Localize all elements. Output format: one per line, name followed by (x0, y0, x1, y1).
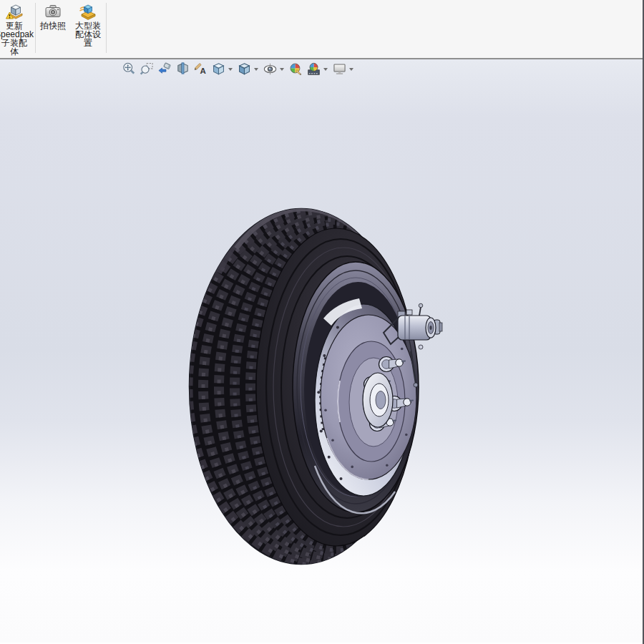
previous-view-icon (157, 62, 172, 77)
appearance-ball-pencil-icon (288, 62, 303, 77)
zoom-to-fit-button[interactable] (120, 61, 138, 77)
update-speedpak-icon (5, 2, 24, 21)
display-style-button[interactable] (235, 61, 253, 77)
display-style-cube-icon (237, 62, 252, 77)
large-assembly-settings-button[interactable]: 大型装 配体设 置 (70, 0, 106, 47)
take-snapshot-button[interactable]: 拍快照 (36, 0, 70, 30)
wheel-assembly-model[interactable] (0, 59, 644, 643)
solidworks-window: 更新 Speedpak 子装配 体 拍快照 (0, 0, 644, 644)
view-orientation-button[interactable] (210, 61, 228, 77)
monitor-icon (332, 62, 347, 77)
rim-and-hub-motor (293, 262, 442, 513)
zoom-to-area-icon (140, 62, 155, 77)
toolbar-separator (106, 3, 107, 53)
hub-center-bore (363, 373, 393, 427)
annotation-a-icon: A (193, 62, 208, 77)
zoom-to-area-button[interactable] (138, 61, 156, 77)
large-assembly-icon (79, 2, 97, 21)
view-orientation-dropdown-caret[interactable] (228, 68, 233, 71)
section-view-button[interactable] (174, 61, 192, 77)
update-speedpak-button[interactable]: 更新 Speedpak 子装配 体 (0, 0, 35, 56)
heads-up-view-toolbar: A (120, 61, 356, 77)
orientation-cube-icon (211, 62, 226, 77)
graphics-viewport[interactable]: A (0, 59, 644, 643)
eye-icon (263, 62, 278, 77)
scene-ball-icon (306, 62, 321, 77)
hide-show-items-dropdown-caret[interactable] (280, 68, 284, 71)
section-view-icon (175, 62, 190, 77)
main-toolbar: 更新 Speedpak 子装配 体 拍快照 (0, 0, 644, 59)
view-settings-dropdown-caret[interactable] (349, 68, 353, 71)
dynamic-annotation-views-button[interactable]: A (192, 61, 210, 77)
camera-icon (44, 2, 62, 21)
hide-show-items-button[interactable] (261, 61, 279, 77)
view-settings-button[interactable] (331, 61, 348, 77)
button-label-line: 拍快照 (40, 21, 66, 30)
apply-scene-dropdown-caret[interactable] (323, 68, 328, 71)
apply-scene-button[interactable] (305, 61, 323, 77)
button-label-line: 体 (10, 47, 19, 56)
edit-appearance-button[interactable] (287, 61, 305, 77)
svg-text:A: A (200, 67, 206, 75)
previous-view-button[interactable] (156, 61, 174, 77)
display-style-dropdown-caret[interactable] (254, 68, 258, 71)
button-label-line: 置 (84, 39, 92, 47)
zoom-to-fit-icon (122, 62, 137, 77)
